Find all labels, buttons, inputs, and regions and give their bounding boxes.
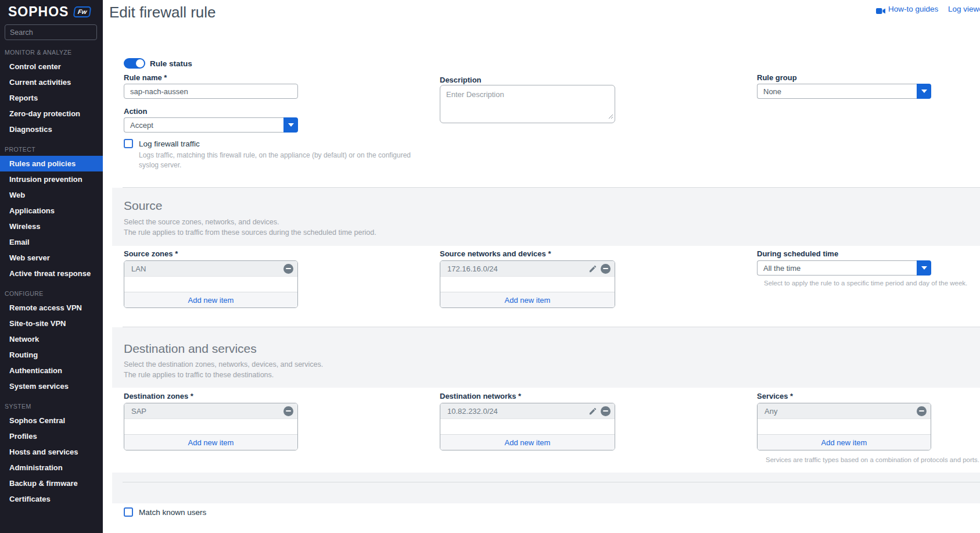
firewall-badge: Fw [73, 6, 92, 17]
destination-networks-add-button[interactable]: Add new item [440, 434, 615, 450]
service-item: Any [758, 403, 931, 419]
sidebar-item-authentication[interactable]: Authentication [0, 363, 103, 378]
log-firewall-traffic-checkbox[interactable] [124, 139, 133, 148]
sidebar-item-system-services[interactable]: System services [0, 378, 103, 394]
main-content: Edit firewall rule How-to guides Log vie… [103, 0, 980, 533]
chevron-down-icon [921, 90, 927, 93]
chevron-down-icon [921, 266, 927, 270]
sidebar-item-zero-day-protection[interactable]: Zero-day protection [0, 106, 103, 121]
scheduled-time-help: Select to apply the rule to a specific t… [764, 280, 967, 287]
sidebar-section-system: SYSTEM [5, 403, 103, 410]
action-dropdown-button[interactable] [283, 117, 298, 133]
action-select[interactable]: Accept [124, 117, 298, 133]
source-heading: Source [124, 199, 163, 213]
destination-network-item: 10.82.232.0/24 [440, 403, 615, 419]
services-add-button[interactable]: Add new item [758, 434, 931, 450]
rule-name-label: Rule name * [124, 73, 167, 82]
service-name: Any [764, 407, 917, 416]
sidebar-item-backup-firmware[interactable]: Backup & firmware [0, 475, 103, 491]
page-title: Edit firewall rule [109, 3, 216, 22]
sidebar-item-profiles[interactable]: Profiles [0, 428, 103, 444]
destination-network-name: 10.82.232.0/24 [447, 407, 588, 416]
sidebar-item-network[interactable]: Network [0, 331, 103, 347]
edit-item-icon[interactable] [588, 407, 597, 416]
divider [123, 327, 980, 327]
sidebar-search[interactable] [5, 24, 97, 40]
remove-item-icon[interactable] [283, 406, 293, 416]
sidebar-item-diagnostics[interactable]: Diagnostics [0, 121, 103, 137]
scheduled-time-select[interactable]: All the time [757, 260, 931, 276]
rule-group-dropdown-button[interactable] [917, 84, 931, 99]
rule-group-label: Rule group [757, 73, 797, 82]
source-zone-item: LAN [124, 261, 297, 277]
scheduled-time-dropdown-button[interactable] [917, 260, 931, 276]
sidebar-section-protect: PROTECT [5, 146, 103, 153]
box-spacer [440, 277, 615, 292]
sidebar-item-hosts-and-services[interactable]: Hosts and services [0, 444, 103, 460]
chevron-down-icon [288, 123, 294, 127]
sidebar-item-rules-and-policies[interactable]: Rules and policies [0, 156, 103, 171]
sidebar-item-applications[interactable]: Applications [0, 203, 103, 219]
box-spacer [440, 419, 615, 434]
sidebar-item-control-center[interactable]: Control center [0, 59, 103, 74]
sidebar-item-current-activities[interactable]: Current activities [0, 74, 103, 90]
sidebar-item-certificates[interactable]: Certificates [0, 491, 103, 507]
rule-group-select[interactable]: None [757, 84, 931, 99]
destination-subtext-1: Select the destination zones, networks, … [124, 360, 323, 369]
source-zone-name: LAN [131, 264, 283, 273]
destination-zones-box: SAP Add new item [124, 403, 298, 450]
log-firewall-traffic-label: Log firewall traffic [139, 139, 200, 148]
sidebar-item-web[interactable]: Web [0, 187, 103, 203]
sidebar: SOPHOS Fw MONITOR & ANALYZE Control cent… [0, 0, 103, 533]
sidebar-item-routing[interactable]: Routing [0, 347, 103, 363]
box-spacer [124, 277, 297, 292]
source-networks-add-button[interactable]: Add new item [440, 292, 615, 307]
description-textarea[interactable] [440, 85, 615, 123]
source-zones-box: LAN Add new item [124, 260, 298, 308]
edit-item-icon[interactable] [588, 264, 597, 273]
scheduled-time-value: All the time [757, 260, 917, 276]
sidebar-item-web-server[interactable]: Web server [0, 250, 103, 266]
source-subtext-1: Select the source zones, networks, and d… [124, 218, 279, 226]
sidebar-item-administration[interactable]: Administration [0, 460, 103, 475]
rule-name-input[interactable] [124, 84, 298, 99]
remove-item-icon[interactable] [283, 264, 293, 274]
rule-status-label: Rule status [150, 59, 192, 68]
how-to-guides-link[interactable]: How-to guides [888, 5, 938, 13]
rule-status-toggle[interactable] [124, 58, 145, 69]
sidebar-item-sophos-central[interactable]: Sophos Central [0, 413, 103, 428]
source-subtext-2: The rule applies to traffic from these s… [124, 228, 376, 237]
divider [123, 482, 980, 482]
source-section-band [112, 188, 980, 246]
search-input[interactable] [10, 28, 103, 37]
remove-item-icon[interactable] [601, 264, 611, 274]
sidebar-item-reports[interactable]: Reports [0, 90, 103, 106]
remove-item-icon[interactable] [601, 406, 611, 416]
sidebar-item-site-to-site-vpn[interactable]: Site-to-site VPN [0, 316, 103, 331]
destination-zones-add-button[interactable]: Add new item [124, 434, 297, 450]
destination-networks-label: Destination networks * [440, 392, 521, 400]
description-field [440, 85, 615, 123]
services-box: Any Add new item [757, 403, 931, 450]
toggle-knob [136, 59, 144, 67]
services-label: Services * [757, 392, 793, 400]
sidebar-item-email[interactable]: Email [0, 234, 103, 250]
destination-zone-name: SAP [131, 407, 283, 416]
sidebar-section-monitor: MONITOR & ANALYZE [5, 49, 103, 56]
rule-group-value: None [757, 84, 917, 99]
sidebar-item-remote-access-vpn[interactable]: Remote access VPN [0, 300, 103, 316]
destination-subtext-2: The rule applies to traffic to these des… [124, 371, 274, 379]
source-networks-box: 172.16.16.0/24 Add new item [440, 260, 615, 308]
source-zones-add-button[interactable]: Add new item [124, 292, 297, 307]
sidebar-item-wireless[interactable]: Wireless [0, 219, 103, 234]
sidebar-item-active-threat-response[interactable]: Active threat response [0, 266, 103, 281]
destination-heading: Destination and services [124, 342, 257, 356]
app-root: SOPHOS Fw MONITOR & ANALYZE Control cent… [0, 0, 980, 533]
sidebar-item-intrusion-prevention[interactable]: Intrusion prevention [0, 171, 103, 187]
brand: SOPHOS Fw [0, 0, 103, 19]
remove-item-icon[interactable] [917, 406, 927, 416]
match-known-users-checkbox[interactable] [124, 507, 133, 517]
box-spacer [758, 419, 931, 434]
source-network-item: 172.16.16.0/24 [440, 261, 615, 277]
log-viewer-link[interactable]: Log viewer [948, 5, 980, 13]
